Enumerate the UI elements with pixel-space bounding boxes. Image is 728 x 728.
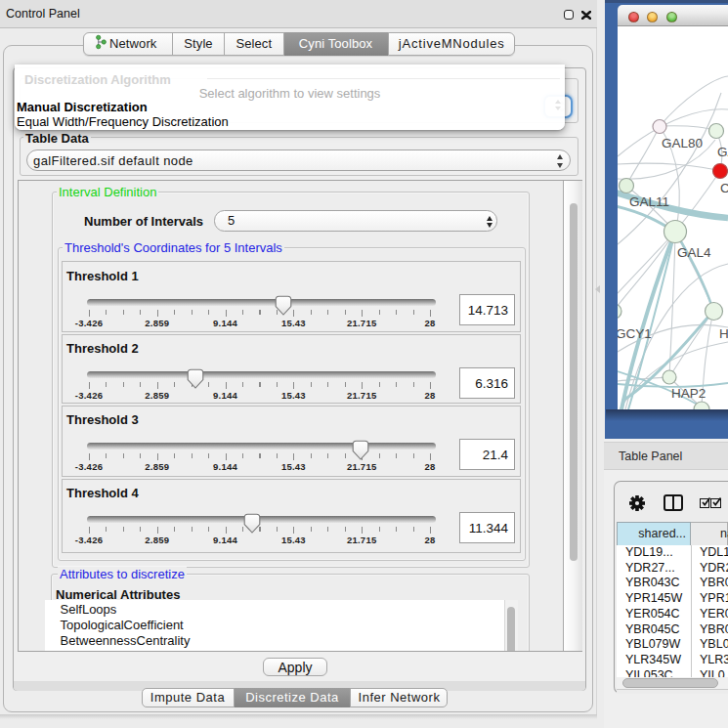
svg-text:HAP2: HAP2 <box>671 386 706 401</box>
svg-text:GA: GA <box>717 145 728 159</box>
svg-text:GAL11: GAL11 <box>629 194 669 209</box>
svg-text:H: H <box>719 326 728 341</box>
svg-text:GAL80: GAL80 <box>662 136 703 150</box>
svg-text:GCY1: GCY1 <box>618 326 652 341</box>
svg-text:C: C <box>720 181 728 195</box>
svg-text:GAL4: GAL4 <box>677 245 711 260</box>
